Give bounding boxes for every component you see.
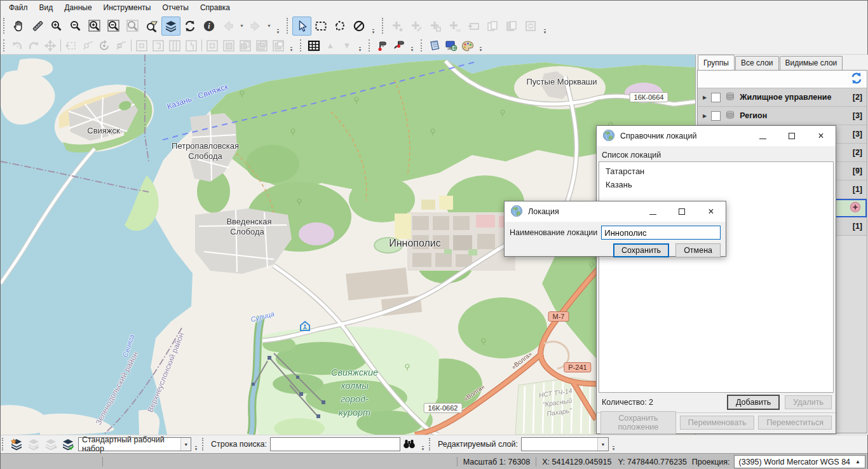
layer-group-row[interactable]: ▶Жилищное управление[2] — [698, 88, 867, 107]
minimize-button[interactable] — [748, 126, 777, 146]
save-button[interactable]: Сохранить — [613, 243, 669, 257]
menu-данные[interactable]: Данные — [58, 1, 97, 14]
locations-list-label: Список локаций — [597, 146, 836, 163]
layer-group-row[interactable]: ▶Регион[3] — [698, 107, 867, 125]
cancel-button[interactable]: Отмена — [675, 243, 721, 257]
rename-location-button[interactable]: Переименовать — [680, 416, 755, 430]
menu-файл[interactable]: Файл — [3, 1, 34, 14]
toolbar-edit: x▾▲▼▾▾▾ — [1, 37, 867, 55]
toolbar-drag-handle[interactable] — [202, 438, 206, 451]
projection-combobox[interactable]: (3395) World Mercator WGS 84 ▲ — [734, 455, 865, 468]
menu-справка[interactable]: Справка — [194, 1, 236, 14]
tab-группы[interactable]: Группы — [698, 55, 735, 70]
toolbar-overflow[interactable]: ▾ — [275, 18, 281, 34]
select-none-button[interactable] — [349, 17, 369, 36]
object-info-button[interactable]: i — [200, 17, 219, 36]
toolbar-drag-handle[interactable] — [3, 18, 7, 34]
toolbar-overflow[interactable]: ▾ — [193, 438, 200, 451]
attribute-table-button[interactable] — [306, 38, 322, 53]
editable-layer-combobox[interactable]: ▼ — [521, 437, 609, 451]
area-overlap-button — [237, 38, 254, 53]
menu-инструменты[interactable]: Инструменты — [98, 1, 157, 14]
location-item[interactable]: Казань — [599, 178, 833, 191]
move-object-button — [42, 38, 58, 53]
tab-видимые-слои[interactable]: Видимые слои — [780, 56, 843, 70]
history-back-dropdown: ▼ — [238, 17, 246, 36]
layer-group-label: Регион — [740, 111, 767, 120]
layers-visibility-button[interactable] — [161, 17, 180, 36]
select-polygon-button[interactable] — [330, 17, 349, 36]
maximize-button[interactable] — [777, 126, 806, 146]
locations-list[interactable]: ТатарстанКазань — [599, 161, 834, 393]
toolbar-drag-handle[interactable] — [421, 39, 424, 51]
zoom-out-button[interactable] — [66, 17, 85, 36]
tab-все-слои[interactable]: Все слои — [735, 56, 779, 70]
layer-count: [1] — [853, 222, 862, 231]
zoom-out-box-button[interactable] — [104, 17, 123, 36]
chevron-down-icon[interactable]: ▼ — [597, 438, 608, 451]
box-plus-button — [133, 38, 150, 53]
toolbar-drag-handle[interactable] — [287, 18, 290, 34]
style-palette-button[interactable] — [459, 38, 476, 53]
save-position-button[interactable]: Сохранить положение — [600, 411, 676, 434]
close-button[interactable]: × — [696, 201, 726, 222]
minimize-button[interactable] — [638, 201, 667, 222]
select-rectangle-button[interactable] — [311, 17, 330, 36]
workset-save-button[interactable] — [59, 436, 76, 452]
toolbar-overflow[interactable]: ▾ — [288, 39, 295, 51]
refresh-layers-icon[interactable] — [850, 72, 863, 86]
close-button[interactable]: × — [806, 126, 836, 146]
toolbar-drag-handle[interactable] — [429, 438, 433, 451]
workset-delete-button — [25, 436, 42, 452]
toolbar-drag-handle[interactable] — [3, 39, 7, 51]
toolbar-overflow[interactable]: ▾ — [541, 18, 548, 34]
workset-favorite-button[interactable] — [8, 436, 25, 452]
layer-checkbox[interactable] — [711, 111, 721, 121]
coordinate-y: Y: 7478440.776235 — [618, 458, 686, 466]
maximize-button[interactable] — [667, 201, 696, 222]
delete-vertex-button — [112, 38, 129, 53]
measure-tool-button[interactable] — [28, 17, 47, 36]
workset-combobox[interactable]: Стандартный рабочий набор ▼ — [78, 437, 191, 451]
pan-tool-button[interactable] — [9, 17, 28, 36]
menu-вид[interactable]: Вид — [34, 1, 59, 14]
search-binoculars-icon[interactable] — [403, 437, 416, 452]
toolbar-drag-handle[interactable] — [300, 39, 304, 51]
toolbar-overflow[interactable]: ▾ — [610, 438, 617, 451]
editable-layer-label: Редактируемый слой: — [438, 440, 518, 449]
chevron-up-icon: ▲ — [855, 459, 860, 465]
globe-icon — [510, 205, 523, 219]
refresh-map-button[interactable] — [180, 17, 200, 36]
delete-location-button[interactable]: Удалить — [785, 395, 832, 409]
network-settings-button[interactable] — [443, 38, 459, 53]
location-name-input[interactable] — [601, 226, 721, 240]
location-dialog-titlebar[interactable]: Локация × — [505, 201, 726, 222]
toolbar-overflow[interactable]: ▾ — [370, 18, 377, 34]
toolbar-overflow[interactable]: ▾ — [419, 438, 426, 451]
route-end-button[interactable] — [391, 38, 407, 53]
zoom-in-button[interactable] — [47, 17, 66, 36]
locations-dialog-titlebar[interactable]: Справочник локаций × — [597, 126, 836, 146]
add-location-button[interactable]: Добавить — [727, 395, 780, 410]
move-to-location-button[interactable]: Переместиться — [758, 416, 832, 430]
zoom-layer-button[interactable] — [142, 17, 161, 36]
location-item[interactable]: Татарстан — [599, 165, 833, 178]
toolbar-drag-handle[interactable] — [2, 438, 6, 451]
search-input[interactable] — [270, 437, 400, 451]
toolbar-overflow[interactable]: ▾ — [356, 39, 363, 51]
toolbar-overflow[interactable]: ▾ — [477, 39, 484, 51]
toolbar-drag-handle[interactable] — [369, 39, 372, 51]
notes-button[interactable] — [426, 38, 443, 53]
toolbar-drag-handle[interactable] — [382, 18, 386, 34]
layers-filter-row[interactable] — [698, 71, 867, 88]
paste-object-button — [502, 17, 521, 36]
select-tool-button[interactable] — [292, 17, 311, 36]
menu-отчеты[interactable]: Отчеты — [156, 1, 194, 14]
expand-icon[interactable]: ▶ — [703, 113, 707, 119]
expand-icon[interactable]: ▶ — [703, 95, 707, 100]
zoom-in-box-button[interactable] — [85, 17, 104, 36]
layer-checkbox[interactable] — [711, 93, 721, 102]
chevron-down-icon[interactable]: ▼ — [180, 438, 191, 451]
route-start-button[interactable] — [374, 38, 391, 53]
toolbar-overflow[interactable]: ▾ — [409, 39, 416, 51]
